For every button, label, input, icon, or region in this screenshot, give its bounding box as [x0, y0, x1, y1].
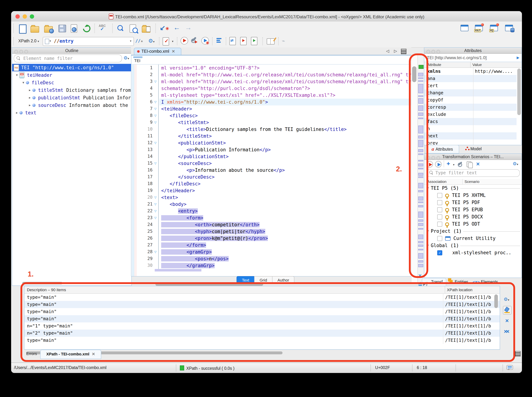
scenario-checkbox[interactable] [437, 222, 442, 227]
attribute-row[interactable]: copyOf [424, 96, 517, 104]
close-all-results-button[interactable]: ✕✕ [504, 329, 510, 334]
scenario-item[interactable]: TEI P5 ODT [424, 221, 522, 228]
scenario-group[interactable]: ▼TEI P5 (5) [424, 185, 522, 192]
debug-scenario-button[interactable] [435, 161, 442, 167]
expander-icon[interactable]: ▶ [27, 101, 32, 109]
highlight-mark[interactable] [418, 160, 423, 161]
fold-toggle-icon[interactable]: ▽ [152, 208, 158, 214]
close-tab-icon[interactable]: ✕ [172, 49, 175, 53]
xpath-watch-button[interactable]: //★ [135, 38, 143, 43]
highlight-mark[interactable] [418, 173, 423, 176]
expander-icon[interactable]: ▼ [21, 79, 26, 87]
attribute-row[interactable]: prev [424, 140, 517, 145]
highlight-mark[interactable] [418, 73, 423, 76]
results-vscrollbar[interactable] [494, 294, 498, 308]
attribute-row[interactable]: ana [424, 75, 517, 82]
tab-attributes[interactable]: aAttributes [425, 145, 459, 154]
save-button[interactable] [58, 25, 66, 32]
tab-tei-combo[interactable]: TEI-combo.xml✕ [134, 48, 181, 55]
save-to-url-button[interactable] [71, 24, 77, 33]
scenario-checkbox[interactable] [437, 193, 442, 198]
outline-item-titlestmt[interactable]: ▶titleStmtDictionary samples from the TE… [12, 87, 131, 94]
expander-icon[interactable]: ▼ [14, 71, 19, 79]
results-description-header[interactable]: Description – 90 items [27, 286, 66, 293]
code-line[interactable]: 13 <p>Publication Information</p> [137, 146, 411, 153]
scenario-item[interactable]: TEI P5 DOCX [424, 213, 522, 221]
outline-item-text[interactable]: ▶text [12, 109, 131, 117]
expander-icon[interactable]: ▶ [27, 87, 32, 94]
expander-icon[interactable]: ▶ [27, 94, 32, 101]
feedback-icon[interactable] [507, 365, 513, 370]
highlight-mark[interactable] [418, 140, 423, 147]
scenario-item[interactable]: TEI P5 EPUB [424, 206, 522, 213]
find-in-files-button[interactable] [130, 24, 136, 33]
scenario-checkbox[interactable] [437, 236, 442, 241]
debug-transformation-button[interactable]: ✳ [201, 37, 209, 44]
scenario-group[interactable]: ▼Project (1) [424, 228, 522, 235]
highlight-mark[interactable] [418, 241, 423, 243]
xpath-input[interactable]: ▾ //entry ▾ [43, 37, 134, 46]
prev-tab-icon[interactable]: ◁ [386, 49, 389, 53]
code-line[interactable]: 16 <p>Information about the source</p> [137, 167, 411, 174]
scenario-group[interactable]: ▼Global (1) [424, 242, 522, 249]
highlight-mark[interactable] [418, 223, 423, 226]
fold-toggle-icon[interactable]: ▽ [152, 140, 158, 146]
spell-check-button[interactable]: ABC✓ [99, 24, 106, 31]
fold-toggle-icon[interactable]: ▽ [152, 78, 158, 85]
code-line[interactable]: 10 <title>Dictionary samples from the TE… [137, 126, 411, 133]
clear-highlights-icon[interactable]: ✕ [418, 273, 422, 278]
highlight-mark[interactable] [418, 176, 423, 178]
xpath-settings-button[interactable]: ⚙▾ [148, 38, 155, 44]
outline-hscrollbar[interactable] [22, 282, 63, 284]
code-line[interactable]: 24 <orth>competitor</orth> [137, 221, 411, 228]
results-xpath-header[interactable]: XPath location [447, 286, 472, 293]
highlight-mark[interactable] [418, 95, 423, 97]
highlight-mark[interactable] [418, 84, 423, 93]
scenario-column-header[interactable]: Scenario [464, 179, 479, 184]
scenario-checkbox[interactable] [437, 207, 442, 212]
scenario-checkbox[interactable] [437, 200, 442, 205]
forward-button[interactable]: → [185, 24, 192, 31]
code-line[interactable]: 27 </form> [137, 242, 411, 248]
attribute-row[interactable]: corresp [424, 104, 517, 111]
view-text-button[interactable]: Text [237, 276, 254, 284]
highlight-mark[interactable] [418, 80, 423, 82]
scenario-item[interactable]: ✓xml-stylesheet proc.. [424, 249, 522, 256]
xslt-debugger-button[interactable]: XSLT [475, 25, 483, 31]
scenarios-settings-button[interactable]: ⚙▾ [513, 161, 518, 166]
highlight-mark[interactable] [418, 249, 423, 250]
editor-vscrollbar-track[interactable] [411, 55, 418, 284]
highlight-mark[interactable] [418, 118, 423, 119]
highlight-mark[interactable] [418, 253, 423, 259]
highlight-mark[interactable] [418, 154, 423, 155]
expander-icon[interactable]: ▼ [426, 242, 430, 249]
scenario-item[interactable]: Current Utility [424, 235, 522, 242]
highlight-mark[interactable] [418, 245, 423, 247]
tab-list-icon[interactable] [401, 49, 406, 54]
find-replace-button[interactable] [117, 25, 123, 31]
highlight-mark[interactable] [418, 190, 423, 192]
tab-transformation[interactable]: Transf.. [422, 278, 446, 286]
configure-transformation-button[interactable] [191, 36, 197, 40]
fold-toggle-icon[interactable]: ▽ [152, 105, 158, 112]
highlight-mark[interactable] [418, 113, 423, 116]
code-line[interactable]: 3▽ml-model href="http://www.tei-c.org/re… [137, 78, 411, 85]
result-row[interactable]: type="main"/TEI[1]/text[1]/b [24, 301, 500, 308]
xquery-debugger-button[interactable]: XQ [490, 25, 498, 31]
fold-toggle-icon[interactable]: ▽ [152, 248, 158, 255]
view-grid-button[interactable]: Grid [254, 276, 272, 284]
attribute-row[interactable]: facs [424, 118, 517, 125]
apply-transformation-button[interactable] [181, 37, 188, 44]
editor-pane[interactable]: TEI 1ml version="1.0" encoding="UTF-8"?>… [131, 55, 411, 277]
code-line[interactable]: 29 <pos>n</pos> [137, 255, 411, 262]
last-edit-location-button[interactable]: ↙✳ [160, 24, 169, 32]
fold-toggle-icon[interactable]: ▽ [152, 99, 158, 105]
attribute-row[interactable]: xmlnshttp://www.... [424, 68, 517, 75]
next-tab-icon[interactable]: ▷ [394, 49, 397, 53]
result-row[interactable]: type="main"/TEI[1]/text[1]/b [24, 294, 500, 301]
attribute-row[interactable]: n [424, 125, 517, 132]
fold-toggle-icon[interactable]: ▽ [152, 194, 158, 201]
open-file-button[interactable] [31, 24, 39, 33]
expander-icon[interactable]: ▼ [426, 185, 430, 192]
highlight-mark[interactable] [418, 98, 423, 104]
